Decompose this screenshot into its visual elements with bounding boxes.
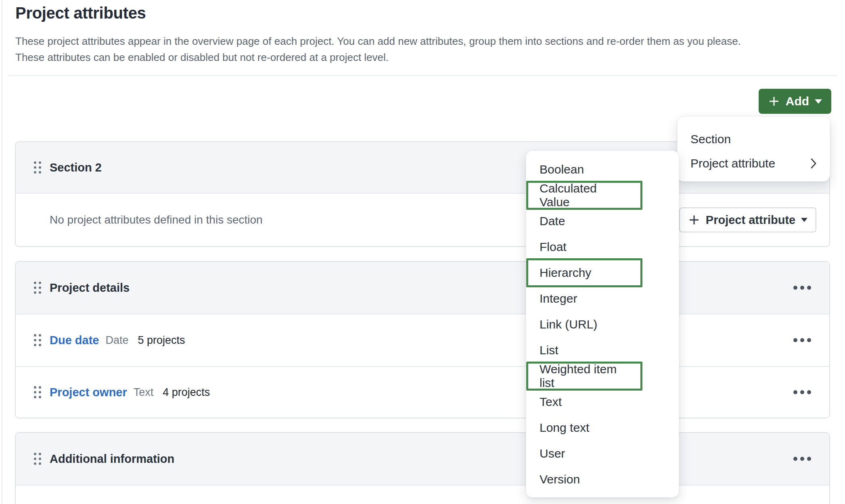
menu-item-project-attribute[interactable]: Project attribute [678,151,830,176]
type-menu-item-long-text[interactable]: Long text [526,415,679,441]
toolbar: Add [0,89,845,114]
type-menu-item-weighted-item-list[interactable]: Weighted item list [526,362,642,391]
section-body: No project attributes defined in this se… [16,194,829,246]
type-menu-item-date[interactable]: Date [526,208,679,234]
content-left-border [2,0,2,504]
add-button[interactable]: Add [759,89,831,114]
attribute-usage-count: 4 projects [163,386,210,399]
type-menu-item-hierarchy[interactable]: Hierarchy [526,258,642,287]
add-project-attribute-button[interactable]: Project attribute [679,207,816,232]
type-menu-item-boolean[interactable]: Boolean [526,157,679,182]
attribute-type-label: Text [134,386,154,399]
drag-handle-icon[interactable] [33,333,42,347]
drag-handle-icon[interactable] [33,281,42,295]
chevron-down-icon [815,99,822,104]
type-menu-item-label: List [540,343,558,357]
type-menu-item-float[interactable]: Float [526,234,679,260]
ellipsis-icon [793,390,812,395]
ellipsis-icon [793,338,812,343]
section-card-project-details: Project details Due date Date 5 projects… [15,261,830,418]
drag-handle-icon[interactable] [33,161,42,174]
add-project-attribute-label: Project attribute [706,213,795,227]
section-title: Additional information [50,452,174,466]
attribute-type-label: Date [105,334,128,347]
section-actions-button[interactable] [793,282,812,293]
page-description-line: These attributes can be enabled or disab… [15,49,830,65]
attribute-row: Project owner Text 4 projects [16,366,829,418]
attribute-name-link[interactable]: Project owner [50,386,127,399]
page-description-line: These project attributes appear in the o… [15,33,830,49]
type-menu-item-label: Float [540,240,567,254]
attribute-row: Due date Date 5 projects [16,314,829,366]
add-button-label: Add [786,94,809,108]
attribute-row-partial: Project [16,485,829,504]
type-menu-item-list[interactable]: List [526,337,679,363]
type-menu-item-label: Version [540,473,580,486]
attribute-name-link[interactable]: Due date [50,334,99,347]
header-divider [8,75,837,76]
menu-item-label: Project attribute [690,157,775,170]
chevron-right-icon [810,158,817,169]
page-header: Project attributes These project attribu… [0,4,845,65]
type-menu-item-label: Hierarchy [540,266,591,280]
type-menu-item-label: Integer [540,292,577,305]
type-menu-item-label: Boolean [540,163,584,176]
add-dropdown-menu: Section Project attribute [677,116,830,182]
ellipsis-icon [793,285,812,290]
page-title: Project attributes [15,4,830,22]
plus-icon [688,214,700,226]
empty-section-message: No project attributes defined in this se… [50,213,263,226]
chevron-down-icon [801,218,807,222]
type-menu-item-version[interactable]: Version [526,466,679,492]
section-title: Section 2 [50,161,102,174]
section-card-additional-information: Additional information Project [15,432,830,504]
section-body: Project [16,485,829,504]
type-menu-item-text[interactable]: Text [526,389,679,415]
attribute-type-menu: Boolean Calculated Value Date Float Hier… [526,151,679,498]
drag-handle-icon[interactable] [33,385,42,399]
section-header: Additional information [16,433,829,485]
attribute-usage-count: 5 projects [138,334,185,347]
ellipsis-icon [793,456,812,461]
type-menu-item-label: Calculated Value [540,182,629,209]
type-menu-item-calculated-value[interactable]: Calculated Value [526,181,642,210]
type-menu-item-user[interactable]: User [526,441,679,466]
type-menu-item-label: Long text [540,421,589,435]
type-menu-item-label: Text [540,395,562,409]
type-menu-item-label: Date [540,214,565,228]
menu-item-label: Section [690,132,731,146]
drag-handle-icon[interactable] [33,452,42,466]
type-menu-item-link-url[interactable]: Link (URL) [526,312,679,337]
type-menu-item-label: User [540,447,565,460]
page-description: These project attributes appear in the o… [15,33,830,65]
attribute-actions-button[interactable] [793,387,812,398]
plus-icon [768,95,780,107]
menu-item-section[interactable]: Section [678,127,830,151]
section-title: Project details [50,281,130,295]
attribute-actions-button[interactable] [793,335,812,346]
section-header: Project details [16,262,829,314]
type-menu-item-label: Weighted item list [540,362,629,390]
type-menu-item-label: Link (URL) [540,318,597,331]
section-actions-button[interactable] [793,453,812,464]
type-menu-item-integer[interactable]: Integer [526,286,679,312]
